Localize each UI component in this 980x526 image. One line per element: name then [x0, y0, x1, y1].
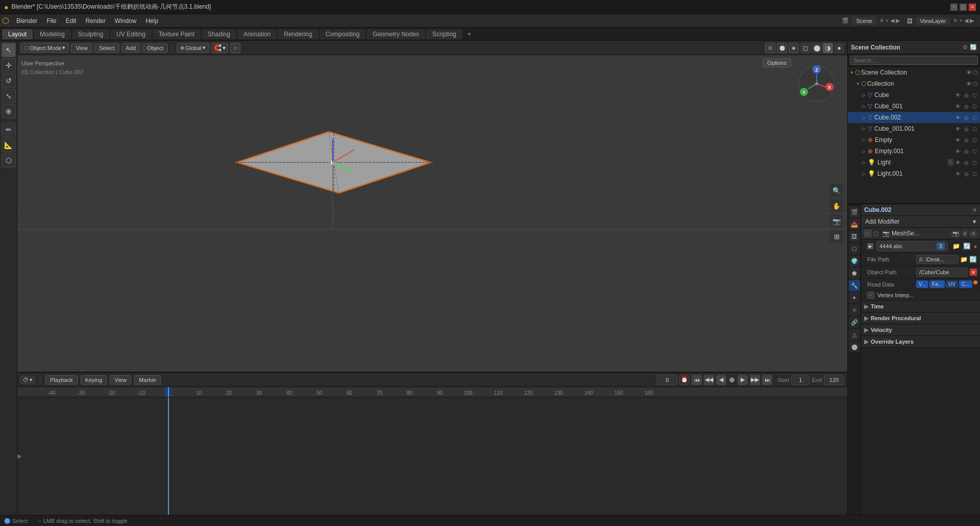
file-expand-icon[interactable]: ▶ — [867, 243, 873, 249]
menu-help[interactable]: Help — [141, 16, 162, 26]
read-data-c[interactable]: C... — [959, 280, 972, 288]
file-path-value[interactable]: //..\Desk... — [916, 255, 959, 264]
tab-geometry-nodes[interactable]: Geometry Nodes — [366, 29, 425, 39]
play-reverse-button[interactable]: ◀ — [716, 375, 726, 385]
tab-uv-editing[interactable]: UV Editing — [110, 29, 152, 39]
move-tool-button[interactable]: ✛ — [2, 58, 16, 73]
cube002-eye[interactable]: 👁 — [954, 114, 962, 121]
menu-file[interactable]: File — [42, 16, 60, 26]
pan-icon[interactable]: ✋ — [830, 199, 843, 212]
outliner-item-cube-001-001[interactable]: ▷ ▽ Cube_001.001 👁 ◎ ⬡ — [848, 123, 980, 134]
select-tool-button[interactable]: ↖ — [2, 43, 16, 57]
cube002-render[interactable]: ⬡ — [971, 114, 978, 121]
rendered-shading[interactable]: ● — [834, 43, 844, 53]
meshcache-enable-checkbox[interactable] — [864, 230, 871, 237]
light001-select[interactable]: ◎ — [963, 170, 970, 177]
menu-window[interactable]: Window — [111, 16, 141, 26]
outliner-sync-icon[interactable]: 🔄 — [970, 44, 977, 51]
transform-tool-button[interactable]: ⊕ — [2, 104, 16, 118]
scale-tool-button[interactable]: ⤡ — [2, 89, 16, 103]
props-world-icon[interactable]: 🌍 — [849, 255, 860, 267]
object-name-close[interactable]: ✕ — [972, 207, 977, 213]
file-folder-icon[interactable]: 📁 — [952, 243, 960, 250]
empty001-eye[interactable]: 👁 — [954, 148, 962, 155]
object-menu[interactable]: Object — [142, 43, 168, 53]
minimize-button[interactable]: − — [950, 4, 958, 11]
add-menu[interactable]: Add — [121, 43, 141, 53]
file-path-folder-icon[interactable]: 📁 — [960, 256, 968, 263]
grid-icon[interactable]: ⊞ — [830, 230, 843, 243]
props-output-icon[interactable]: 📤 — [849, 219, 860, 230]
keying-menu[interactable]: Keying — [81, 375, 107, 385]
file-entry[interactable]: 4444.abc 3 — [876, 241, 948, 251]
tab-rendering[interactable]: Rendering — [278, 29, 318, 39]
props-scene-icon[interactable]: ⬡ — [849, 243, 860, 254]
outliner-item-cube-001[interactable]: ▷ ▽ Cube_001 👁 ◎ ⬡ — [848, 101, 980, 112]
props-physics-icon[interactable]: ⚛ — [849, 304, 860, 316]
props-constraints-icon[interactable]: 🔗 — [849, 317, 860, 328]
cube001-select[interactable]: ◎ — [963, 103, 970, 110]
props-data-icon[interactable]: △ — [849, 329, 860, 340]
timeline-type-selector[interactable]: ⏱ ▾ — [20, 376, 35, 384]
solid-shading[interactable]: ⬤ — [812, 43, 822, 53]
empty001-cam[interactable]: ◎ — [963, 148, 970, 155]
tab-modeling[interactable]: Modeling — [34, 29, 71, 39]
add-modifier-button[interactable]: Add Modifier ▾ — [861, 216, 980, 228]
scene-name[interactable]: Scene — [852, 17, 876, 25]
cube001001-select[interactable]: ◎ — [963, 125, 970, 132]
tab-animation[interactable]: Animation — [237, 29, 277, 39]
outliner-item-empty-001[interactable]: ▷ ⊕ Empty.001 👁 ◎ ⬡ — [848, 146, 980, 157]
wireframe-shading[interactable]: ◻ — [800, 43, 811, 53]
outliner-item-light[interactable]: ▷ 💡 Light ○ 👁 ◎ ⬡ — [848, 157, 980, 168]
meshcache-close-icon[interactable]: ✕ — [970, 230, 977, 237]
cube001001-render[interactable]: ⬡ — [971, 125, 978, 132]
playback-menu[interactable]: Playback — [45, 375, 78, 385]
cube001-eye[interactable]: 👁 — [954, 103, 962, 110]
object-path-value[interactable]: /Cube/Cube — [916, 268, 968, 277]
light-circle-icon[interactable]: ○ — [948, 159, 953, 166]
menu-blender[interactable]: Blender — [12, 16, 41, 26]
tab-sculpting[interactable]: Sculpting — [72, 29, 109, 39]
select-menu[interactable]: Select — [94, 43, 119, 53]
menu-render[interactable]: Render — [81, 16, 109, 26]
cube001-render[interactable]: ⬡ — [971, 103, 978, 110]
outliner-collection[interactable]: ▼ ⬡ Collection 👁 ⬡ — [848, 78, 980, 89]
play-button[interactable]: ▶ — [738, 375, 748, 385]
props-particles-icon[interactable]: ✦ — [849, 292, 860, 303]
end-frame-input[interactable]: 120 — [824, 375, 844, 385]
props-view-layer-icon[interactable]: 🖼 — [849, 231, 860, 242]
outliner-item-cube[interactable]: ▷ ▽ Cube 👁 ◎ ⬡ — [848, 89, 980, 101]
view-layer-name[interactable]: ViewLayer — [916, 17, 950, 25]
read-data-uv[interactable]: UV — [946, 280, 958, 288]
time-section[interactable]: ▶ Time — [861, 301, 980, 313]
cube-render[interactable]: ⬡ — [971, 91, 978, 99]
zoom-fit-icon[interactable]: 🔍 — [830, 184, 843, 197]
clock-icon[interactable]: ⏰ — [679, 375, 690, 385]
material-shading[interactable]: ◑ — [823, 43, 833, 53]
step-forward-button[interactable]: ▶▶ — [750, 375, 760, 385]
scene-collection-render[interactable]: ⬡ — [973, 69, 978, 76]
cube001001-eye[interactable]: 👁 — [954, 125, 962, 132]
object-path-clear-icon[interactable]: ✕ — [970, 269, 977, 276]
close-button[interactable]: ✕ — [969, 4, 976, 11]
col-eye[interactable]: 👁 — [966, 81, 972, 87]
props-material-icon[interactable]: ⬤ — [849, 341, 860, 352]
timeline-left-arrow[interactable]: ▶ — [17, 452, 22, 460]
current-frame-input[interactable]: 0 — [657, 375, 677, 385]
tab-layout[interactable]: Layout — [2, 29, 33, 39]
meshcache-down-icon[interactable]: ▾ — [962, 230, 968, 237]
annotate-tool-button[interactable]: ✏ — [2, 123, 16, 137]
gizmo-toggle[interactable]: ⊙ — [765, 43, 775, 53]
measure-tool-button[interactable]: 📐 — [2, 138, 16, 152]
tab-texture-paint[interactable]: Texture Paint — [153, 29, 201, 39]
timeline-view-menu[interactable]: View — [110, 375, 131, 385]
read-data-fa[interactable]: Fa... — [929, 280, 945, 288]
menu-edit[interactable]: Edit — [62, 16, 81, 26]
cube002-select[interactable]: ◎ — [963, 114, 970, 121]
props-modifiers-icon[interactable]: 🔧 — [849, 280, 860, 291]
proportional-edit-button[interactable]: ○ — [230, 43, 240, 53]
light-render[interactable]: ⬡ — [971, 159, 978, 166]
outliner-search-input[interactable] — [850, 56, 978, 65]
empty-select[interactable]: ◎ — [963, 136, 970, 144]
tab-shading[interactable]: Shading — [202, 29, 236, 39]
